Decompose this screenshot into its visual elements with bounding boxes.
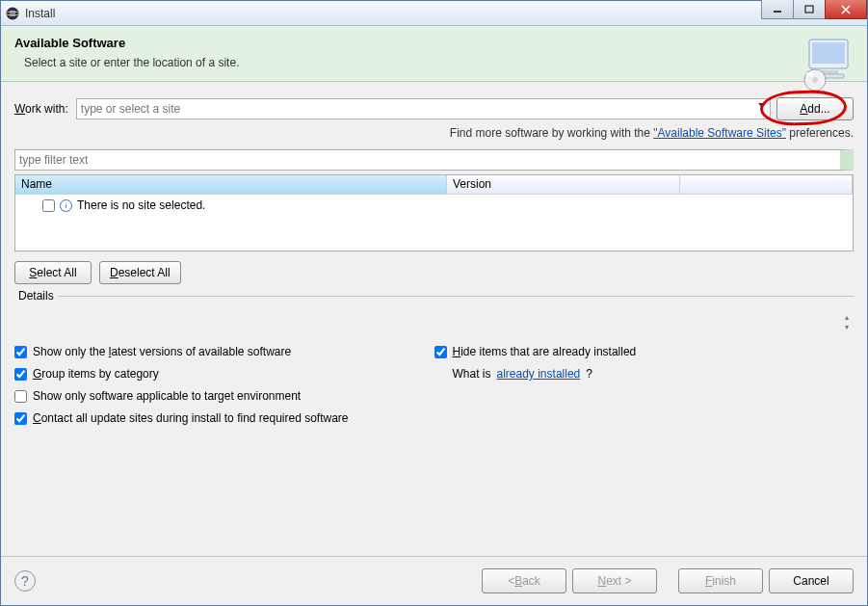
table-header: Name Version <box>15 175 853 195</box>
options-area: Show only the latest versions of availab… <box>14 331 854 431</box>
maximize-button[interactable] <box>793 0 826 19</box>
col-version[interactable]: Version <box>447 175 680 195</box>
filter-input[interactable] <box>14 149 854 171</box>
help-icon[interactable]: ? <box>14 570 36 592</box>
svg-rect-7 <box>812 42 845 64</box>
work-with-placeholder: type or select a site <box>81 102 180 116</box>
chevron-down-icon[interactable] <box>758 103 766 108</box>
install-dialog: Install Available Software Select a site… <box>0 0 868 606</box>
col-name[interactable]: Name <box>15 175 447 195</box>
opt-applicable[interactable]: Show only software applicable to target … <box>14 389 434 403</box>
selection-buttons: Select All Deselect All <box>14 251 854 296</box>
opt-contact[interactable]: Contact all update sites during install … <box>14 411 434 425</box>
spin-down[interactable]: ▼ <box>840 322 854 331</box>
hint-row: Find more software by working with the "… <box>14 120 854 149</box>
next-button[interactable]: Next > <box>572 568 657 593</box>
opt-group-checkbox[interactable] <box>14 368 27 381</box>
spin-up[interactable]: ▲ <box>840 312 854 322</box>
bottom-bar: ? < Back Next > Finish Cancel <box>1 556 867 605</box>
work-with-label: Work with: <box>14 102 68 116</box>
banner-heading: Available Software <box>14 36 239 50</box>
cancel-button[interactable]: Cancel <box>769 568 854 593</box>
details-label: Details <box>14 289 58 303</box>
opt-applicable-checkbox[interactable] <box>14 390 27 403</box>
deselect-all-button[interactable]: Deselect All <box>99 261 181 284</box>
already-installed-link[interactable]: already installed <box>497 367 581 381</box>
wizard-banner: Available Software Select a site or ente… <box>1 26 867 82</box>
opt-hide[interactable]: Hide items that are already installed <box>434 345 855 358</box>
whatis-row: What is already installed? <box>434 367 855 381</box>
eclipse-icon <box>5 6 20 21</box>
banner-sub: Select a site or enter the location of a… <box>24 56 239 69</box>
details-spinner: ▲ ▼ <box>840 312 854 331</box>
col-spacer <box>680 175 853 195</box>
table-row: i There is no site selected. <box>15 195 853 216</box>
work-with-combo[interactable]: type or select a site <box>76 98 771 119</box>
install-wizard-icon <box>796 32 857 93</box>
svg-point-11 <box>812 77 818 83</box>
svg-point-12 <box>806 72 814 76</box>
opt-group[interactable]: Group items by category <box>14 367 434 381</box>
software-table: Name Version i There is no site selected… <box>14 174 854 251</box>
details-group: Details ▲ ▼ <box>14 296 854 331</box>
info-icon: i <box>60 199 72 212</box>
close-button[interactable] <box>825 0 867 19</box>
content-area: Work with: type or select a site Add... … <box>1 82 867 556</box>
work-with-row: Work with: type or select a site Add... <box>14 97 854 120</box>
svg-rect-3 <box>805 6 813 13</box>
select-all-button[interactable]: Select All <box>14 261 92 284</box>
titlebar[interactable]: Install <box>1 1 867 26</box>
row-checkbox[interactable] <box>42 199 55 212</box>
opt-hide-checkbox[interactable] <box>434 346 447 358</box>
opt-latest[interactable]: Show only the latest versions of availab… <box>14 345 434 358</box>
opt-latest-checkbox[interactable] <box>14 346 27 358</box>
details-body: ▲ ▼ <box>14 312 854 331</box>
finish-button[interactable]: Finish <box>678 568 763 593</box>
minimize-button[interactable] <box>761 0 794 19</box>
window-buttons <box>762 0 867 19</box>
opt-contact-checkbox[interactable] <box>14 412 27 425</box>
back-button[interactable]: < Back <box>482 568 566 593</box>
available-sites-link[interactable]: "Available Software Sites" <box>653 126 786 140</box>
window-title: Install <box>25 7 55 20</box>
add-button[interactable]: Add... <box>776 97 854 120</box>
empty-message: There is no site selected. <box>77 198 205 212</box>
